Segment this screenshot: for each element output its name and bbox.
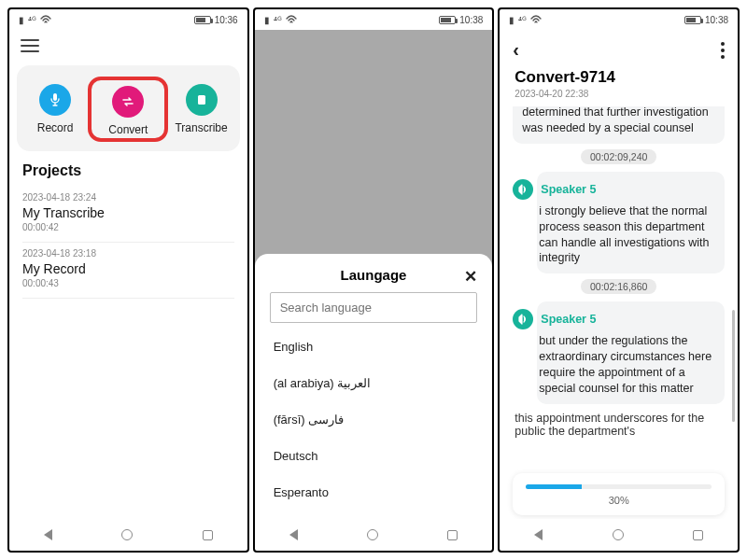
project-date: 2023-04-18 23:24 bbox=[22, 192, 234, 203]
more-menu-icon[interactable] bbox=[721, 42, 725, 59]
sheet-title: Laungage bbox=[341, 267, 407, 283]
convert-highlight: Convert bbox=[88, 77, 168, 142]
nav-recent-icon[interactable] bbox=[693, 530, 703, 540]
project-name: My Transcribe bbox=[22, 205, 234, 220]
language-option[interactable]: (fārsī) فارسی bbox=[270, 401, 478, 438]
record-label: Record bbox=[37, 121, 74, 134]
nav-back-icon[interactable] bbox=[44, 529, 52, 540]
segment-text: determined that further investigation wa… bbox=[522, 105, 715, 136]
close-icon[interactable]: ✕ bbox=[464, 267, 477, 287]
status-bar: ▮ ⁴ᴳ 10:38 bbox=[500, 9, 738, 30]
convert-label: Convert bbox=[108, 123, 148, 136]
speaker-name: Speaker 5 bbox=[541, 313, 596, 326]
timestamp-pill: 00:02:09,240 bbox=[581, 149, 656, 164]
transcribe-button[interactable]: Transcribe bbox=[169, 84, 234, 134]
wifi-icon bbox=[40, 15, 51, 24]
battery-icon bbox=[684, 16, 701, 24]
nav-back-icon[interactable] bbox=[289, 529, 298, 540]
sim-icon: ▮ bbox=[19, 15, 24, 25]
nav-recent-icon[interactable] bbox=[203, 530, 213, 540]
screen-home: ▮ ⁴ᴳ 10:36 Record bbox=[7, 7, 249, 553]
wifi-icon bbox=[530, 15, 542, 24]
status-bar: ▮ ⁴ᴳ 10:36 bbox=[9, 9, 247, 30]
transcript-segment[interactable]: determined that further investigation wa… bbox=[513, 106, 725, 144]
clock: 10:38 bbox=[705, 15, 728, 25]
nav-back-icon[interactable] bbox=[534, 529, 543, 540]
status-bar: ▮ ⁴ᴳ 10:38 bbox=[255, 9, 493, 30]
mic-icon bbox=[39, 84, 71, 116]
project-item[interactable]: 2023-04-18 23:18 My Record 00:00:43 bbox=[22, 243, 234, 299]
hamburger-menu-icon[interactable] bbox=[21, 39, 39, 52]
progress-track bbox=[526, 484, 712, 489]
convert-button[interactable]: Convert bbox=[95, 86, 161, 136]
android-navbar bbox=[255, 519, 493, 551]
page-title: Convert-9714 bbox=[514, 68, 723, 87]
nav-home-icon[interactable] bbox=[367, 529, 378, 540]
transcribe-icon bbox=[186, 84, 218, 116]
clock: 10:36 bbox=[215, 15, 238, 25]
speaker-icon bbox=[513, 309, 533, 329]
android-navbar bbox=[9, 519, 247, 551]
language-option[interactable]: English bbox=[270, 329, 478, 365]
signal-icon: ⁴ᴳ bbox=[28, 15, 36, 25]
sim-icon: ▮ bbox=[509, 15, 514, 25]
search-input[interactable] bbox=[270, 292, 478, 323]
page-subtitle-date: 2023-04-20 22:38 bbox=[514, 89, 723, 99]
language-option[interactable]: Esperanto bbox=[270, 474, 478, 511]
speaker-icon bbox=[513, 179, 533, 200]
segment-text: but under the regulations the extraordin… bbox=[539, 333, 715, 397]
wifi-icon bbox=[286, 15, 297, 24]
screen-transcript: ▮ ⁴ᴳ 10:38 ‹ Convert-9714 2023-04-20 22:… bbox=[498, 7, 740, 553]
project-duration: 00:00:42 bbox=[22, 222, 234, 232]
back-button[interactable]: ‹ bbox=[513, 39, 519, 61]
transcript-segment[interactable]: Speaker 5 but under the regulations the … bbox=[537, 301, 725, 404]
signal-icon: ⁴ᴳ bbox=[518, 15, 527, 25]
nav-home-icon[interactable] bbox=[613, 529, 624, 540]
progress-label: 30% bbox=[526, 495, 712, 506]
progress-card: 30% bbox=[513, 473, 725, 515]
convert-icon bbox=[112, 86, 144, 118]
signal-icon: ⁴ᴳ bbox=[274, 15, 282, 25]
segment-text: i strongly believe that the normal proce… bbox=[539, 203, 715, 267]
transcribe-label: Transcribe bbox=[175, 121, 227, 134]
timestamp-pill: 00:02:16,860 bbox=[581, 279, 656, 294]
project-name: My Record bbox=[22, 261, 234, 276]
progress-fill bbox=[526, 484, 582, 489]
nav-recent-icon[interactable] bbox=[447, 530, 458, 540]
sim-icon: ▮ bbox=[264, 15, 270, 25]
speaker-name: Speaker 5 bbox=[541, 183, 596, 196]
screen-language-picker: ▮ ⁴ᴳ 10:38 Laungage ✕ English bbox=[253, 7, 495, 553]
segment-text: this appointment underscores for the pub… bbox=[513, 410, 725, 440]
projects-heading: Projects bbox=[22, 162, 234, 179]
scrollbar-thumb[interactable] bbox=[732, 310, 735, 422]
project-item[interactable]: 2023-04-18 23:24 My Transcribe 00:00:42 bbox=[22, 187, 234, 243]
language-option[interactable]: Deutsch bbox=[270, 438, 478, 474]
svg-rect-1 bbox=[198, 95, 205, 105]
android-navbar bbox=[500, 519, 738, 551]
language-sheet: Laungage ✕ English (al arabiya) العربية … bbox=[255, 254, 493, 519]
top-actions-card: Record Convert Transcribe bbox=[17, 65, 240, 151]
transcript-body[interactable]: determined that further investigation wa… bbox=[500, 99, 738, 440]
battery-icon bbox=[439, 16, 456, 24]
clock: 10:38 bbox=[459, 15, 483, 25]
nav-home-icon[interactable] bbox=[121, 529, 133, 540]
language-list: English (al arabiya) العربية (fārsī) فار… bbox=[270, 329, 478, 511]
project-date: 2023-04-18 23:18 bbox=[22, 248, 234, 259]
transcript-segment[interactable]: Speaker 5 i strongly believe that the no… bbox=[537, 172, 725, 274]
svg-rect-0 bbox=[53, 93, 57, 101]
project-duration: 00:00:43 bbox=[22, 278, 234, 288]
language-option[interactable]: (al arabiya) العربية bbox=[270, 365, 478, 401]
record-button[interactable]: Record bbox=[22, 84, 88, 134]
battery-icon bbox=[194, 16, 211, 24]
